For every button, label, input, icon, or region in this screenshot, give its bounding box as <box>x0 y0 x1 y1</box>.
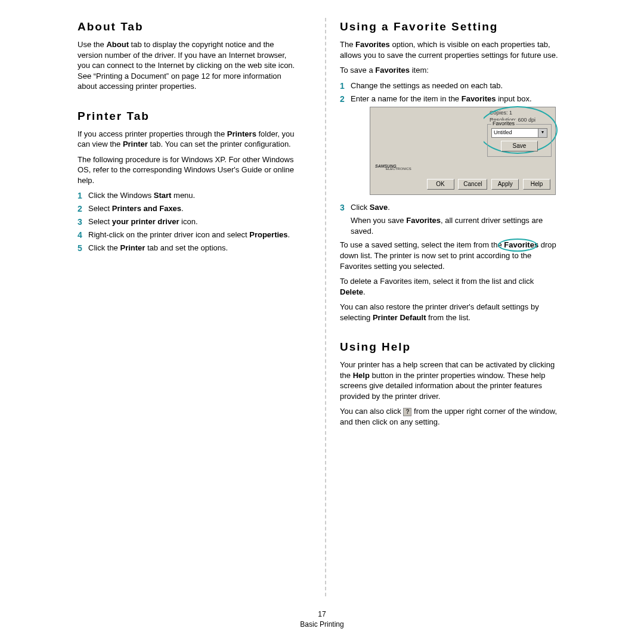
fav-step-1: 1 Change the settings as needed on each … <box>340 80 561 92</box>
text: Change the settings as needed on each ta… <box>351 80 561 92</box>
text: . <box>288 230 290 239</box>
text: If you access printer properties through… <box>78 129 227 138</box>
favorites-input[interactable]: Untitled <box>491 128 538 138</box>
bold-favorites: Favorites <box>355 40 390 49</box>
help-button[interactable]: Help <box>523 179 550 190</box>
text: The <box>340 40 355 49</box>
help-paragraph-2: You can also click ? from the upper righ… <box>340 406 561 427</box>
bold-properties: Properties <box>249 230 287 239</box>
text: . <box>181 204 184 213</box>
text: You can also click <box>340 407 403 416</box>
fav-step-3: 3 Click Save. <box>340 202 561 213</box>
text: tab and set the options. <box>145 243 228 252</box>
cancel-button[interactable]: Cancel <box>458 179 487 190</box>
bold-help: Help <box>353 371 370 380</box>
chapter-name: Basic Printing <box>0 620 644 630</box>
samsung-logo: SAMSUNG ELECTRONICS <box>375 164 411 171</box>
bold-printer-driver: your printer driver <box>112 217 179 226</box>
text: Click the <box>88 243 120 252</box>
bold-favorites: Favorites <box>375 66 410 75</box>
step-4: 4 Right-click on the printer driver icon… <box>78 230 298 241</box>
text: To use a saved setting, select the item … <box>340 240 504 249</box>
step-number: 4 <box>78 230 88 241</box>
text: button in the printer properties window.… <box>340 371 545 401</box>
bold-start: Start <box>154 191 172 200</box>
text: input box. <box>496 94 532 103</box>
text: . <box>388 203 390 212</box>
bold-favorites: Favorites <box>462 94 496 103</box>
step-number: 1 <box>340 80 351 92</box>
text: Right-click on the printer driver icon a… <box>88 230 249 239</box>
heading-using-help: Using Help <box>340 340 561 354</box>
page-number: 17 <box>0 609 644 620</box>
bold-delete: Delete <box>340 287 363 296</box>
apply-button[interactable]: Apply <box>491 179 519 190</box>
bold-printer-tab: Printer <box>120 243 145 252</box>
heading-favorite-setting: Using a Favorite Setting <box>340 20 561 33</box>
step-number: 2 <box>78 203 88 215</box>
page-footer: 17 Basic Printing <box>0 609 644 630</box>
bold-printers: Printers <box>227 129 256 138</box>
about-paragraph: Use the About tab to display the copyrig… <box>78 39 298 92</box>
text: Click <box>351 203 370 212</box>
fav-paragraph-2: To save a Favorites item: <box>340 65 561 76</box>
text: tab. You can set the printer configurati… <box>148 140 291 148</box>
bold-save: Save <box>370 203 388 212</box>
logo-sub: ELECTRONICS <box>386 167 411 171</box>
step-3: 3 Select your printer driver icon. <box>78 216 298 228</box>
heading-about-tab: About Tab <box>78 20 298 33</box>
text: To delete a Favorites item, select it fr… <box>340 277 534 286</box>
text: menu. <box>171 191 195 200</box>
text: Select <box>88 204 112 213</box>
text: When you save <box>351 216 406 225</box>
text: Enter a name for the item in the <box>351 94 462 103</box>
column-divider <box>325 18 326 596</box>
printer-paragraph-1: If you access printer properties through… <box>78 129 298 150</box>
text: Use the <box>78 40 106 49</box>
fav-paragraph-1: The Favorites option, which is visible o… <box>340 39 561 60</box>
bold-about: About <box>106 40 129 49</box>
step-number: 3 <box>340 202 351 213</box>
heading-printer-tab: Printer Tab <box>78 110 298 123</box>
fav-paragraph-delete: To delete a Favorites item, select it fr… <box>340 276 561 297</box>
text: item: <box>410 66 429 75</box>
bold-printer-default: Printer Default <box>373 313 426 322</box>
fav-step-3-sub: When you save Favorites, all current dri… <box>351 215 561 236</box>
fav-step-2: 2 Enter a name for the item in the Favor… <box>340 94 561 105</box>
ok-button[interactable]: OK <box>427 179 454 190</box>
step-1: 1 Click the Windows Start menu. <box>78 190 298 202</box>
favorites-group-label: Favorites <box>491 120 516 126</box>
copies-label: Copies: 1 <box>490 110 552 116</box>
bold-favorites: Favorites <box>406 216 441 225</box>
text: from the list. <box>426 313 470 322</box>
save-button[interactable]: Save <box>501 141 538 151</box>
step-number: 2 <box>340 94 351 105</box>
question-mark-icon: ? <box>403 408 411 416</box>
text: icon. <box>179 217 197 226</box>
step-number: 1 <box>78 190 88 202</box>
text: To save a <box>340 66 375 75</box>
bold-printer: Printer <box>123 140 148 148</box>
fav-paragraph-default: You can also restore the printer driver'… <box>340 302 561 323</box>
text: . <box>363 287 366 296</box>
printer-paragraph-2: The following procedure is for Windows X… <box>78 154 298 186</box>
fav-paragraph-use: To use a saved setting, select the item … <box>340 240 561 271</box>
step-number: 5 <box>78 243 88 254</box>
help-paragraph-1: Your printer has a help screen that can … <box>340 360 561 401</box>
text: Select <box>88 217 112 226</box>
step-2: 2 Select Printers and Faxes. <box>78 203 298 215</box>
text: Click the Windows <box>88 191 154 200</box>
favorites-screenshot: SAMSUNG ELECTRONICS Copies: 1 Resolution… <box>370 107 556 195</box>
bold-favorites: Favorites <box>504 240 538 249</box>
favorites-dropdown-button[interactable]: ▾ <box>538 128 547 138</box>
step-number: 3 <box>78 216 88 228</box>
bold-printers-faxes: Printers and Faxes <box>112 204 181 213</box>
step-5: 5 Click the Printer tab and set the opti… <box>78 243 298 254</box>
